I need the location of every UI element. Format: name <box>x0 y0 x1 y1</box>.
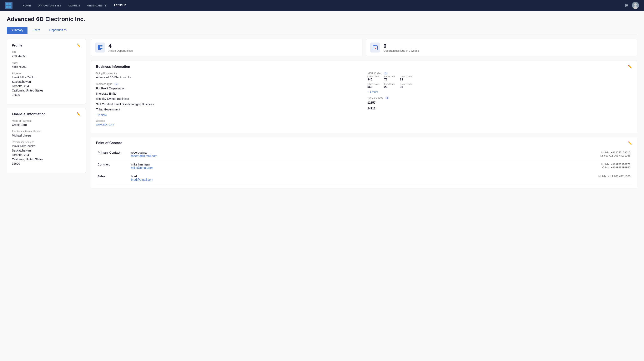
nigp-col-label: Group Code <box>400 83 412 85</box>
stat-active-opportunities: 4 Active Opportunities <box>91 39 362 56</box>
svg-rect-3 <box>9 6 11 8</box>
poc-name-email: bradbrad@email.com <box>129 172 358 184</box>
app-logo[interactable] <box>5 2 12 9</box>
svg-rect-7 <box>98 45 100 48</box>
business-type-list: For Profit OrganizationInterstate Entity… <box>96 86 361 112</box>
doing-business-as-field: Doing Business As Advanced 6D Electronic… <box>96 72 361 80</box>
nigp-row: Class Code562Item Code23Group Code35 <box>368 83 632 89</box>
nigp-col: Group Code23 <box>400 75 412 81</box>
poc-role: Sales <box>96 172 129 184</box>
stat-active-icon <box>95 43 105 53</box>
financial-edit-icon[interactable]: ✏️ <box>76 112 80 116</box>
main-layout: Profile ✏️ TIN 223344559 FEIN 456378902 … <box>7 39 637 188</box>
poc-phone: Mobile: +912055159212Office: +11 703 442… <box>358 148 632 160</box>
svg-rect-0 <box>6 3 8 5</box>
nav-messages[interactable]: MESSAGES (1) <box>87 3 107 8</box>
naics-badge: 2 <box>385 96 390 99</box>
nigp-col-value: 562 <box>368 85 379 89</box>
nigp-col-value: 23 <box>400 78 412 81</box>
tab-users[interactable]: Users <box>28 27 44 34</box>
fein-field: FEIN 456378902 <box>12 61 80 69</box>
remittance-address-value: Inuvik Mike ZubkoSaskatchewanTorontto, 2… <box>12 144 80 166</box>
svg-rect-8 <box>98 48 102 49</box>
nigp-codes-field: NIGP Codes 3 Class Code345Item Code73Gro… <box>368 72 632 93</box>
list-item: Tribal Government <box>96 107 361 112</box>
poc-email[interactable]: mike@email.com <box>131 166 356 169</box>
remittance-address-field: Remittance Address Inuvik Mike ZubkoSask… <box>12 141 80 166</box>
payment-value: Credit Card <box>12 123 80 127</box>
tab-bar: Summary Users Opportunities <box>7 27 637 34</box>
tab-summary[interactable]: Summary <box>7 27 28 34</box>
stat-due-opportunities: 0 Opportunities Due in 2 weeks <box>366 39 637 56</box>
nigp-col-label: Item Code <box>384 75 395 78</box>
svg-rect-2 <box>6 6 8 8</box>
list-item: Interstate Entity <box>96 91 361 96</box>
poc-name-email: mike hanniganmike@email.com <box>129 160 358 172</box>
poc-card-title: Point of Contact <box>96 141 122 145</box>
list-item: Self Certified Small Disadvantaged Busin… <box>96 102 361 107</box>
svg-rect-9 <box>98 49 101 50</box>
stat-due-icon <box>370 43 380 53</box>
page-content: Advanced 6D Electronic Inc. Summary User… <box>0 11 644 361</box>
biz-card-title: Business Information <box>96 65 130 69</box>
nav-home[interactable]: HOME <box>22 3 31 8</box>
stat-active-number: 4 <box>108 43 133 49</box>
biz-edit-icon[interactable]: ✏️ <box>628 65 632 69</box>
poc-phone: Mobile: +919963386872Office: +9198633868… <box>358 160 632 172</box>
list-item: Minority Owned Business <box>96 96 361 102</box>
profile-card-title: Profile <box>12 44 22 47</box>
tab-opportunities[interactable]: Opportunities <box>45 27 70 34</box>
naics-codes-field: NAICS Codes 2 1235724212 <box>368 96 632 111</box>
poc-email[interactable]: brad@email.com <box>131 178 356 181</box>
poc-edit-icon[interactable]: ✏️ <box>628 141 632 145</box>
right-panel: 4 Active Opportunities <box>91 39 637 188</box>
fein-value: 456378902 <box>12 65 80 69</box>
nigp-col: Class Code562 <box>368 83 379 89</box>
svg-rect-13 <box>376 45 376 46</box>
svg-point-5 <box>634 3 637 6</box>
left-panel: Profile ✏️ TIN 223344559 FEIN 456378902 … <box>7 39 86 188</box>
poc-role: Primary Contact <box>96 148 129 160</box>
financial-card-header: Financial Information ✏️ <box>12 112 80 116</box>
stat-due-label: Opportunities Due in 2 weeks <box>384 49 419 52</box>
fein-label: FEIN <box>12 61 80 64</box>
biz-right: NIGP Codes 3 Class Code345Item Code73Gro… <box>368 72 632 129</box>
nav-profile[interactable]: PROFILE <box>114 3 126 8</box>
nigp-more[interactable]: + 1 more <box>368 90 632 93</box>
profile-card-header: Profile ✏️ <box>12 43 80 47</box>
grid-icon[interactable]: ⊞ <box>625 3 628 8</box>
nav-awards[interactable]: AWARDS <box>68 3 80 8</box>
website-field: Website www.abc.com <box>96 119 361 126</box>
poc-email[interactable]: robert.q@email.com <box>131 154 356 158</box>
nigp-col: Item Code73 <box>384 75 395 81</box>
tin-label: TIN <box>12 51 80 54</box>
nigp-badge: 3 <box>384 72 388 75</box>
user-avatar[interactable] <box>632 2 639 9</box>
poc-name: mike hannigan <box>131 163 356 166</box>
address-label: Address <box>12 72 80 75</box>
website-link[interactable]: www.abc.com <box>96 123 114 126</box>
svg-rect-11 <box>373 46 378 50</box>
naics-list: 1235724212 <box>368 100 632 111</box>
business-type-field: Business Type 7 For Profit OrganizationI… <box>96 83 361 117</box>
list-item: 24212 <box>368 106 632 111</box>
list-item: For Profit Organization <box>96 86 361 91</box>
nigp-col-label: Class Code <box>368 83 379 85</box>
biz-grid: Doing Business As Advanced 6D Electronic… <box>96 72 632 129</box>
doing-business-as-value: Advanced 6D Electronic Inc. <box>96 75 361 80</box>
nigp-col-label: Item Code <box>384 83 395 85</box>
nav-opportunities[interactable]: OPPORTUNITIES <box>38 3 61 8</box>
stats-row: 4 Active Opportunities <box>91 39 637 56</box>
business-type-more[interactable]: + 2 more <box>96 113 361 117</box>
poc-card-header: Point of Contact ✏️ <box>96 141 632 145</box>
nav-right: ⊞ <box>625 2 639 9</box>
nigp-rows: Class Code345Item Code73Group Code23Clas… <box>368 75 632 89</box>
profile-edit-icon[interactable]: ✏️ <box>76 43 80 47</box>
poc-tbody: Primary Contactrobert quinanrobert.q@ema… <box>96 148 632 184</box>
address-value: Inuvik Mike ZubkoSaskatchewanTorontto, 2… <box>12 75 80 97</box>
profile-card: Profile ✏️ TIN 223344559 FEIN 456378902 … <box>7 39 86 104</box>
poc-row: Contractmike hanniganmike@email.comMobil… <box>96 160 632 172</box>
poc-name-email: robert quinanrobert.q@email.com <box>129 148 358 160</box>
tin-field: TIN 223344559 <box>12 51 80 58</box>
nigp-col-value: 345 <box>368 78 379 81</box>
